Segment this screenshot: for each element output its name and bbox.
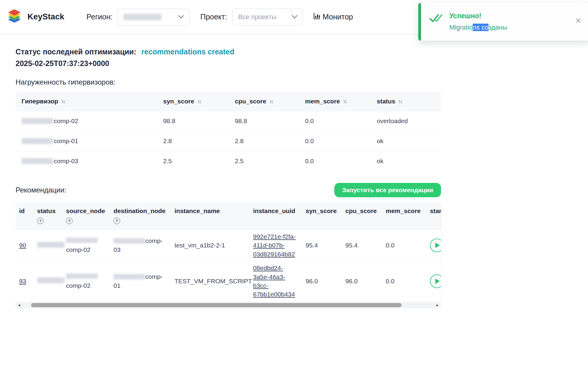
recommendations-title: Рекомендации: <box>16 186 66 194</box>
table-row: comp-01 2.8 2.8 0.0 ok <box>16 131 441 151</box>
help-icon[interactable]: ? <box>114 218 120 224</box>
brand-name: KeyStack <box>27 12 64 22</box>
syn-score-value: 96.0 <box>303 261 342 301</box>
sort-icon[interactable]: ↑↓ <box>343 99 346 104</box>
play-icon <box>435 243 440 248</box>
cpu-score-value: 2.8 <box>229 131 299 151</box>
source-node-redacted <box>66 238 98 243</box>
destination-node-part1: comp- <box>145 273 163 280</box>
hypervisor-name-redacted <box>22 138 53 144</box>
monitoring-label: Монитор <box>323 13 353 21</box>
sort-icon[interactable]: ↑↓ <box>197 99 200 104</box>
mem-score-value: 0.0 <box>299 111 371 131</box>
instance-name: test_vm_a1b2-2-1 <box>172 230 250 261</box>
source-node-redacted <box>66 273 98 279</box>
recommendation-id-link[interactable]: 93 <box>19 278 26 284</box>
help-icon[interactable]: ? <box>37 218 44 224</box>
run-recommendation-button[interactable] <box>430 238 441 252</box>
toast-accent-bar <box>418 3 421 41</box>
hypervisor-name-redacted <box>22 118 53 124</box>
region-select[interactable] <box>118 9 189 25</box>
col-status[interactable]: status↑↓ <box>371 92 441 111</box>
syn-score-value: 2.5 <box>157 151 229 171</box>
syn-score-value: 95.4 <box>303 230 342 261</box>
project-value: Все проекты <box>238 13 276 21</box>
toast-success: Успешно! Migrations созданы ✕ <box>418 3 588 41</box>
chevron-down-icon <box>178 14 184 20</box>
recommendations-table: id status? source_node? destination_node… <box>16 202 441 301</box>
region-label: Регион: <box>86 13 112 21</box>
optimization-status: Статус последней оптимизации: recommenda… <box>16 48 588 56</box>
destination-node-part2: 01 <box>114 282 169 289</box>
instance-name: TEST_VM_FROM_SCRIPT <box>172 261 250 301</box>
sort-icon[interactable]: ↑↓ <box>269 99 272 104</box>
col-destination-node[interactable]: destination_node? <box>111 202 172 230</box>
instance-uuid-link[interactable]: 992e721e-f2fa-411d-b07b-03d829164b82 <box>253 232 298 258</box>
source-node-suffix: comp-02 <box>66 282 108 289</box>
hypervisors-table: Гипервизор↑↓ syn_score↑↓ cpu_score↑↓ mem… <box>16 92 441 171</box>
col-cpu-score[interactable]: cpu_score↑↓ <box>229 92 299 111</box>
cpu-score-value: 98.8 <box>229 111 299 131</box>
col-mem-score[interactable]: mem_score <box>383 202 427 230</box>
optimization-timestamp: 2025-02-25T07:37:23+0000 <box>16 59 588 68</box>
help-icon[interactable]: ? <box>66 218 73 224</box>
project-label: Проект: <box>200 13 227 21</box>
status-value: ok <box>371 131 441 151</box>
cpu-score-value: 95.4 <box>342 230 383 261</box>
main-content: Статус последней оптимизации: recommenda… <box>0 48 588 308</box>
source-node-suffix: comp-02 <box>66 246 108 253</box>
status-value: overloaded <box>371 111 441 131</box>
run-recommendation-button[interactable] <box>430 274 441 288</box>
recommendations-table-viewport: id status? source_node? destination_node… <box>16 202 441 301</box>
sort-icon[interactable]: ↑↓ <box>398 99 402 104</box>
table-row: comp-03 2.5 2.5 0.0 ok <box>16 151 441 171</box>
destination-node-part1: comp- <box>145 237 163 244</box>
col-source-node[interactable]: source_node? <box>63 202 111 230</box>
status-redacted <box>37 277 65 283</box>
optimization-status-label: Статус последней оптимизации: <box>16 48 136 56</box>
hypervisor-name-redacted <box>22 158 53 164</box>
project-select[interactable]: Все проекты <box>232 9 303 25</box>
horizontal-scrollbar[interactable]: ◂ ▸ <box>16 302 441 308</box>
selected-text: ns со <box>473 24 489 31</box>
region-value-redacted <box>123 14 162 20</box>
nav-monitoring[interactable]: Монитор <box>313 12 353 22</box>
optimization-status-value: recommendations created <box>141 48 234 56</box>
mem-score-value: 0.0 <box>299 131 371 151</box>
hypervisors-title: Нагруженность гипервизоров: <box>16 78 588 86</box>
hypervisors-header-row: Гипервизор↑↓ syn_score↑↓ cpu_score↑↓ mem… <box>16 92 441 111</box>
destination-node-part2: 03 <box>114 246 169 253</box>
sort-icon[interactable]: ↑↓ <box>61 99 65 104</box>
scroll-right-arrow[interactable]: ▸ <box>434 303 441 307</box>
instance-uuid-link[interactable]: 08edbd24-3a5e-46a3-b3cc-67bb1e00b434 <box>253 264 298 299</box>
col-syn-score[interactable]: syn_score <box>303 202 342 230</box>
col-cpu-score[interactable]: cpu_score <box>342 202 383 230</box>
mem-score-value: 0.0 <box>383 261 427 301</box>
run-all-recommendations-button[interactable]: Запустить все рекомендации <box>334 183 441 197</box>
cpu-score-value: 96.0 <box>342 261 383 301</box>
col-id[interactable]: id <box>16 202 34 230</box>
col-mem-score[interactable]: mem_score↑↓ <box>299 92 371 111</box>
chevron-down-icon <box>292 14 297 20</box>
col-status[interactable]: status? <box>34 202 63 230</box>
col-start[interactable]: star <box>427 202 441 230</box>
hypervisor-name-suffix: comp-03 <box>54 157 78 165</box>
destination-node-redacted <box>114 274 145 279</box>
recommendation-row: 93 comp-02 comp- 01 TEST_VM_FROM_SCRIPT … <box>16 261 441 301</box>
toast-title: Успешно! <box>449 12 507 20</box>
toast-message: Migrations созданы <box>449 24 507 31</box>
destination-node-redacted <box>114 238 145 244</box>
monitoring-icon <box>313 12 321 22</box>
col-hypervisor[interactable]: Гипервизор↑↓ <box>16 92 157 111</box>
col-instance-uuid[interactable]: instance_uuid <box>250 202 303 230</box>
syn-score-value: 2.8 <box>157 131 229 151</box>
toast-close-button[interactable]: ✕ <box>573 17 583 25</box>
success-check-icon <box>429 13 443 25</box>
mem-score-value: 0.0 <box>299 151 371 171</box>
recommendation-id-link[interactable]: 90 <box>19 242 26 249</box>
col-syn-score[interactable]: syn_score↑↓ <box>157 92 229 111</box>
mem-score-value: 0.0 <box>383 230 427 261</box>
col-instance-name[interactable]: instance_name <box>172 202 250 230</box>
scroll-left-arrow[interactable]: ◂ <box>16 303 23 307</box>
scrollbar-thumb[interactable] <box>31 303 402 307</box>
